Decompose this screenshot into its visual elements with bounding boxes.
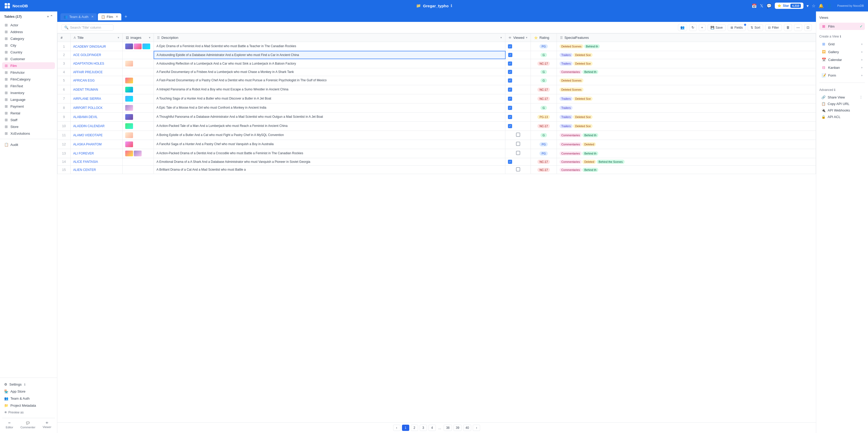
viewed-checkbox[interactable]: ✓ bbox=[508, 88, 512, 92]
viewed-cell[interactable]: ✓ bbox=[505, 112, 531, 121]
sidebar-item-customer[interactable]: ⊞Customer bbox=[2, 56, 55, 62]
description-cell[interactable]: A Astounding Epistle of a Database Admin… bbox=[154, 51, 505, 59]
sidebar-item-xcevolutions[interactable]: ⊞XcEvolutions bbox=[2, 130, 55, 137]
title-cell[interactable]: ALICE FANTASIA bbox=[70, 158, 123, 166]
add-gallery-icon[interactable]: + bbox=[861, 50, 863, 54]
viewed-cell[interactable]: ✓ bbox=[505, 158, 531, 166]
add-kanban-icon[interactable]: + bbox=[861, 66, 863, 69]
film-title-link[interactable]: ALABAMA DEVIL bbox=[73, 115, 98, 119]
info-icon[interactable]: ℹ bbox=[451, 4, 452, 8]
viewed-checkbox[interactable] bbox=[516, 133, 520, 137]
star-button[interactable]: ⭐ Star 4,310 bbox=[775, 3, 803, 9]
add-table-button[interactable]: + bbox=[47, 15, 49, 19]
film-title-link[interactable]: AFRICAN EGG bbox=[73, 79, 95, 82]
page-2-btn[interactable]: 2 bbox=[411, 425, 418, 431]
title-cell[interactable]: ADAPTATION HOLES bbox=[70, 59, 123, 68]
description-cell[interactable]: A Brilliant Drama of a Cat And a Mad Sci… bbox=[154, 166, 505, 174]
create-form-view[interactable]: 📝 Form + bbox=[819, 71, 865, 79]
advanced-info-icon[interactable]: ℹ bbox=[834, 88, 835, 92]
title-cell[interactable]: AFFAIR PREJUDICE bbox=[70, 68, 123, 76]
col-header-rating[interactable]: ⭐ Rating bbox=[531, 34, 557, 42]
title-cell[interactable]: ALADDIN CALENDAR bbox=[70, 121, 123, 131]
title-cell[interactable]: ALABAMA DEVIL bbox=[70, 112, 123, 121]
film-title-link[interactable]: ALIEN CENTER bbox=[73, 168, 96, 172]
sidebar-item-filmtext[interactable]: ⊞FilmText bbox=[2, 83, 55, 89]
col-header-images[interactable]: 🖼 images ▾ bbox=[123, 34, 154, 42]
viewed-checkbox[interactable]: ✓ bbox=[508, 53, 513, 57]
page-1-btn[interactable]: 1 bbox=[402, 425, 409, 431]
film-title-link[interactable]: ADAPTATION HOLES bbox=[73, 62, 104, 65]
title-cell[interactable]: ALIEN CENTER bbox=[70, 166, 123, 174]
viewed-checkbox[interactable]: ✓ bbox=[508, 97, 512, 101]
viewed-checkbox[interactable]: ✓ bbox=[508, 61, 512, 66]
minus-btn[interactable]: — bbox=[794, 24, 802, 31]
sidebar-item-country[interactable]: ⊞Country bbox=[2, 49, 55, 56]
app-logo[interactable]: NocoDB bbox=[4, 3, 56, 9]
sidebar-item-city[interactable]: ⊞City bbox=[2, 42, 55, 49]
layout-btn[interactable]: ⊡ bbox=[804, 24, 812, 31]
viewed-cell[interactable]: ✓ bbox=[505, 85, 531, 94]
description-cell[interactable]: A Epic Tale of a Moose And a Girl who mu… bbox=[154, 103, 505, 112]
api-acl-item[interactable]: 🔒 API ACL bbox=[819, 114, 865, 120]
title-cell[interactable]: ALAMO VIDEOTAPE bbox=[70, 131, 123, 140]
create-kanban-view[interactable]: ⊟ Kanban + bbox=[819, 64, 865, 71]
viewed-cell[interactable] bbox=[505, 140, 531, 149]
film-title-link[interactable]: ALADDIN CALENDAR bbox=[73, 124, 105, 128]
description-cell[interactable]: A Astounding Reflection of a Lumberjack … bbox=[154, 59, 505, 68]
viewed-checkbox[interactable]: ✓ bbox=[508, 106, 512, 110]
collapse-sidebar-button[interactable]: ⌃ bbox=[50, 15, 53, 19]
viewed-checkbox[interactable]: ✓ bbox=[508, 124, 512, 128]
title-cell[interactable]: AIRPORT POLLOCK bbox=[70, 103, 123, 112]
filter-button[interactable]: ⊟ Filter bbox=[765, 24, 782, 31]
sidebar-item-staff[interactable]: ⊞Staff bbox=[2, 116, 55, 123]
description-cell[interactable]: A Action-Packed Drama of a Dentist And a… bbox=[154, 149, 505, 158]
film-title-link[interactable]: ALAMO VIDEOTAPE bbox=[73, 134, 102, 137]
description-cell[interactable]: A Boring Epistle of a Butler And a Cat w… bbox=[154, 131, 505, 140]
viewer-btn[interactable]: 👁 Viewer bbox=[41, 420, 53, 430]
sidebar-item-language[interactable]: ⊞Language bbox=[2, 96, 55, 103]
app-store-item[interactable]: 🏪App Store bbox=[2, 388, 55, 395]
description-cell[interactable]: A Fanciful Documentary of a Frisbee And … bbox=[154, 68, 505, 76]
film-title-link[interactable]: ALASKA PHANTOM bbox=[73, 143, 101, 146]
sidebar-item-store[interactable]: ⊞Store bbox=[2, 123, 55, 130]
film-title-link[interactable]: ALICE FANTASIA bbox=[73, 160, 98, 164]
sort-button[interactable]: ⇅ Sort bbox=[748, 24, 763, 31]
description-cell[interactable]: A Emotional Drama of a A Shark And a Dat… bbox=[154, 158, 505, 166]
viewed-checkbox[interactable]: ✓ bbox=[508, 160, 512, 164]
title-cell[interactable]: ALI FOREVER bbox=[70, 149, 123, 158]
viewed-cell[interactable]: ✓ bbox=[505, 103, 531, 112]
create-gallery-view[interactable]: 🖼 Gallery + bbox=[819, 48, 865, 56]
desc-col-dropdown-icon[interactable]: ▾ bbox=[500, 36, 502, 39]
description-cell[interactable]: A Epic Drama of a Feminist And a Mad Sci… bbox=[154, 42, 505, 51]
page-39-btn[interactable]: 39 bbox=[454, 425, 462, 431]
sidebar-item-payment[interactable]: ⊞Payment bbox=[2, 103, 55, 110]
save-button[interactable]: 💾 Save bbox=[708, 24, 725, 31]
share-view-more-icon[interactable]: ⋮ bbox=[859, 95, 863, 99]
calendar-icon[interactable]: 📅 bbox=[752, 3, 757, 8]
viewed-cell[interactable]: ✓ bbox=[505, 51, 531, 59]
page-4-btn[interactable]: 4 bbox=[429, 425, 436, 431]
close-tab-icon[interactable]: ✕ bbox=[116, 15, 118, 19]
commenter-btn[interactable]: 💬 Commenter bbox=[18, 420, 37, 430]
title-cell[interactable]: ACADEMY DINOSAUR bbox=[70, 42, 123, 51]
add-tab-button[interactable]: + bbox=[122, 13, 129, 21]
sidebar-item-audit[interactable]: 📋Audit bbox=[2, 141, 55, 148]
film-title-link[interactable]: AIRPLANE SIERRA bbox=[73, 97, 101, 100]
description-cell[interactable]: A Action-Packed Tale of a Man And a Lumb… bbox=[154, 121, 505, 131]
viewed-cell[interactable] bbox=[505, 131, 531, 140]
share-view-item[interactable]: 🔗 Share View ⋮ bbox=[819, 94, 865, 100]
page-40-btn[interactable]: 40 bbox=[463, 425, 471, 431]
page-38-btn[interactable]: 38 bbox=[444, 425, 452, 431]
col-header-description[interactable]: ☰ Description ▾ bbox=[154, 34, 505, 42]
viewed-cell[interactable]: ✓ bbox=[505, 59, 531, 68]
add-column-btn[interactable]: + bbox=[699, 24, 706, 31]
viewed-checkbox[interactable]: ✓ bbox=[508, 79, 512, 83]
viewed-checkbox[interactable]: ✓ bbox=[508, 70, 512, 74]
description-cell[interactable]: A Fanciful Saga of a Hunter And a Pastry… bbox=[154, 140, 505, 149]
viewed-checkbox[interactable]: ✓ bbox=[508, 44, 512, 49]
add-form-icon[interactable]: + bbox=[861, 74, 863, 77]
search-box[interactable]: 🔍 Search 'Title' column bbox=[61, 24, 114, 31]
viewed-cell[interactable]: ✓ bbox=[505, 42, 531, 51]
create-view-info-icon[interactable]: ℹ bbox=[840, 35, 841, 38]
film-title-link[interactable]: AGENT TRUMAN bbox=[73, 88, 98, 91]
